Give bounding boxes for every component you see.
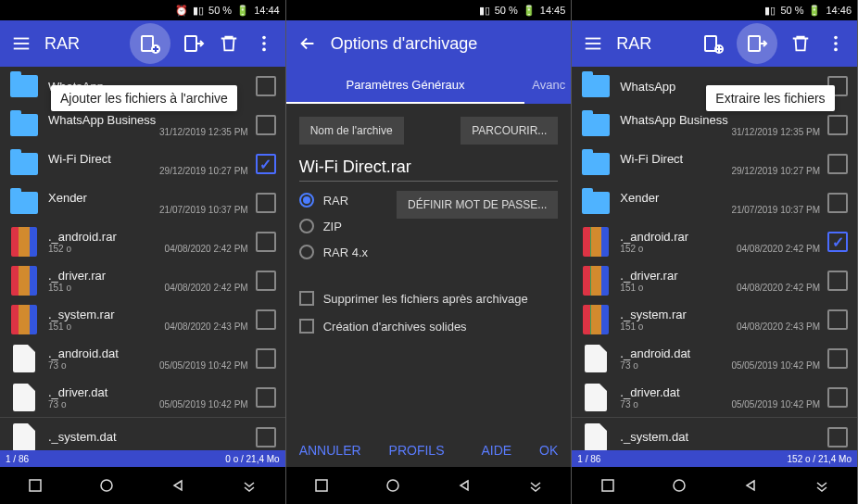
- file-name: ._android.dat: [620, 346, 820, 360]
- profiles-button[interactable]: PROFILS: [389, 443, 445, 458]
- nav-recent-icon[interactable]: [26, 476, 44, 495]
- list-item[interactable]: ._android.dat73 o05/05/2019 10:42 PM: [0, 339, 285, 378]
- back-icon[interactable]: [296, 32, 320, 56]
- checkbox[interactable]: [256, 115, 276, 135]
- checkbox[interactable]: [827, 154, 848, 174]
- list-item[interactable]: Xender21/07/2019 10:37 PM: [0, 183, 285, 222]
- delete-icon[interactable]: [789, 32, 813, 56]
- delete-icon[interactable]: [217, 32, 241, 56]
- svg-rect-26: [602, 480, 613, 491]
- nav-recent-icon[interactable]: [599, 476, 617, 495]
- format-rar[interactable]: RAR: [299, 193, 368, 208]
- solid-archive-checkbox[interactable]: Création d'archives solides: [299, 319, 559, 334]
- add-archive-icon[interactable]: [130, 23, 170, 64]
- checkbox[interactable]: [827, 348, 848, 369]
- alarm-icon: ⏰: [175, 5, 188, 17]
- menu-icon[interactable]: [9, 32, 33, 56]
- file-icon: [13, 384, 35, 411]
- status-bar: ▮▯ 50 % 🔋 14:46: [572, 0, 857, 20]
- overflow-icon[interactable]: [824, 32, 848, 56]
- overflow-icon[interactable]: [252, 32, 276, 56]
- file-name: WhatsApp Business: [620, 113, 820, 127]
- list-item[interactable]: ._system.dat: [0, 417, 285, 450]
- archive-name-button[interactable]: Nom de l'archive: [299, 117, 404, 145]
- checkbox[interactable]: [256, 76, 276, 96]
- list-item[interactable]: WhatsApp Business31/12/2019 12:35 PM: [0, 106, 285, 145]
- tab-advanced[interactable]: Avanc: [524, 67, 571, 104]
- list-item[interactable]: ._driver.dat73 o05/05/2019 10:42 PM: [0, 378, 285, 417]
- checkbox[interactable]: [827, 193, 848, 213]
- list-item[interactable]: ._driver.dat73 o05/05/2019 10:42 PM: [572, 378, 857, 417]
- dialog-actions: ANNULER PROFILS AIDE OK: [286, 434, 572, 467]
- extract-icon[interactable]: [182, 32, 206, 56]
- svg-point-12: [101, 480, 112, 491]
- checkbox[interactable]: [256, 309, 276, 330]
- file-name: ._system.rar: [48, 308, 248, 321]
- list-item[interactable]: ._android.rar152 o04/08/2020 2:42 PM: [0, 222, 285, 261]
- list-item[interactable]: ._system.rar151 o04/08/2020 2:43 PM: [572, 300, 857, 339]
- checkbox[interactable]: [256, 193, 276, 213]
- checkbox[interactable]: [827, 271, 848, 291]
- folder-icon: [582, 192, 610, 214]
- file-name: Xender: [48, 191, 248, 205]
- ok-button[interactable]: OK: [539, 443, 558, 458]
- list-item[interactable]: WhatsApp Business31/12/2019 12:35 PM: [572, 106, 857, 145]
- list-item[interactable]: Wi-Fi Direct29/12/2019 10:27 PM: [0, 145, 285, 183]
- file-date: 29/12/2019 10:27 PM: [159, 166, 248, 176]
- help-button[interactable]: AIDE: [481, 443, 511, 458]
- nav-back-icon[interactable]: [169, 476, 187, 495]
- cancel-button[interactable]: ANNULER: [299, 443, 361, 458]
- file-size: 151 o: [48, 283, 71, 293]
- signal-icon: ▮▯: [193, 5, 204, 17]
- nav-back-icon[interactable]: [455, 476, 473, 495]
- checkbox[interactable]: [256, 427, 276, 447]
- checkbox[interactable]: [256, 348, 276, 369]
- checkbox[interactable]: [256, 232, 276, 252]
- nav-down-icon[interactable]: [526, 476, 545, 495]
- svg-point-24: [834, 42, 838, 45]
- checkbox[interactable]: [827, 309, 848, 330]
- list-item[interactable]: Wi-Fi Direct29/12/2019 10:27 PM: [572, 145, 857, 183]
- footer-size: 0 o / 21,4 Mo: [225, 454, 279, 464]
- nav-home-icon[interactable]: [384, 476, 402, 495]
- rar-icon: [11, 227, 37, 257]
- format-zip[interactable]: ZIP: [299, 219, 368, 233]
- nav-down-icon[interactable]: [240, 476, 259, 495]
- radio-icon: [299, 193, 314, 208]
- file-size: 73 o: [48, 399, 66, 410]
- checkbox[interactable]: [256, 387, 276, 408]
- tab-general[interactable]: Paramètres Généraux: [286, 67, 525, 104]
- app-bar: Options d'archivage: [286, 20, 572, 67]
- add-archive-icon[interactable]: [701, 32, 726, 56]
- nav-recent-icon[interactable]: [312, 476, 331, 495]
- list-item[interactable]: ._driver.rar151 o04/08/2020 2:42 PM: [572, 261, 857, 300]
- nav-back-icon[interactable]: [741, 476, 760, 495]
- checkbox[interactable]: [256, 271, 276, 291]
- checkbox[interactable]: [827, 232, 848, 252]
- checkbox[interactable]: [256, 154, 276, 174]
- rar-icon: [11, 266, 37, 296]
- menu-icon[interactable]: [581, 32, 605, 56]
- nav-home-icon[interactable]: [97, 476, 116, 495]
- checkbox[interactable]: [827, 115, 848, 135]
- list-item[interactable]: ._android.rar152 o04/08/2020 2:42 PM: [572, 222, 857, 261]
- nav-down-icon[interactable]: [813, 476, 831, 495]
- checkbox[interactable]: [827, 427, 848, 447]
- svg-point-27: [674, 480, 685, 491]
- extract-icon[interactable]: [737, 23, 777, 64]
- nav-home-icon[interactable]: [670, 476, 688, 495]
- list-item[interactable]: ._android.dat73 o05/05/2019 10:42 PM: [572, 339, 857, 378]
- archive-name-input[interactable]: Wi-Fi Direct.rar: [299, 154, 559, 182]
- checkbox[interactable]: [827, 387, 848, 408]
- folder-icon: [10, 192, 38, 214]
- list-item[interactable]: ._system.rar151 o04/08/2020 2:43 PM: [0, 300, 285, 339]
- list-item[interactable]: ._driver.rar151 o04/08/2020 2:42 PM: [0, 261, 285, 300]
- browse-button[interactable]: PARCOURIR...: [461, 117, 558, 145]
- list-item[interactable]: ._system.dat: [572, 417, 857, 450]
- battery-pct: 50 %: [780, 5, 803, 16]
- delete-after-checkbox[interactable]: Supprimer les fichiers après archivage: [299, 291, 559, 306]
- list-item[interactable]: Xender21/07/2019 10:37 PM: [572, 183, 857, 222]
- set-password-button[interactable]: DÉFINIR MOT DE PASSE...: [397, 191, 558, 219]
- format-rar4[interactable]: RAR 4.x: [299, 245, 368, 259]
- svg-point-10: [262, 48, 266, 52]
